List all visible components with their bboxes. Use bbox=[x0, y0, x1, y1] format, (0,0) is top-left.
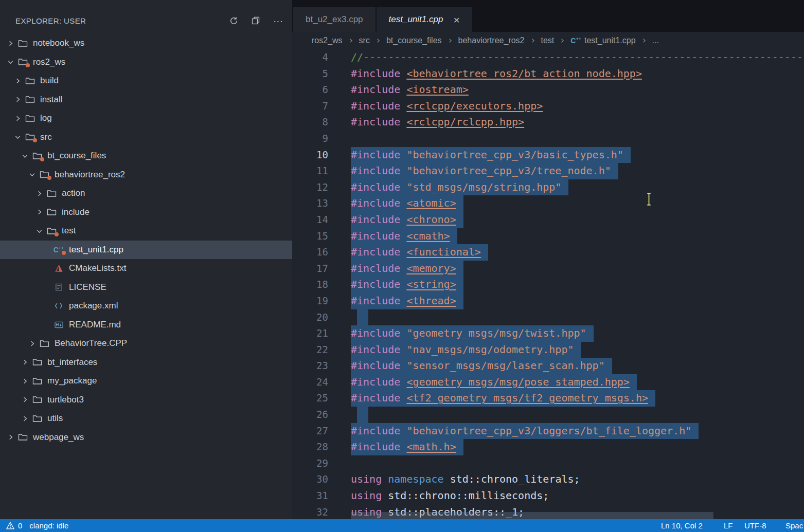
tree-item-BehaviorTree.CPP[interactable]: BehaviorTree.CPP bbox=[0, 334, 292, 353]
breadcrumb-item[interactable]: bt_course_files bbox=[386, 36, 442, 45]
eol-indicator[interactable]: LF bbox=[724, 519, 733, 532]
breadcrumb-item[interactable]: behaviortree_ros2 bbox=[458, 36, 525, 45]
line-content[interactable]: #include "nav_msgs/msg/odometry.hpp" bbox=[351, 342, 581, 358]
tree-item-test[interactable]: test bbox=[0, 222, 292, 241]
tree-item-src[interactable]: src bbox=[0, 128, 292, 147]
chevron-right-icon[interactable] bbox=[12, 115, 23, 122]
code-editor[interactable]: 4//-------------------------------------… bbox=[292, 49, 804, 519]
line-content[interactable]: #include <rclcpp/executors.hpp> bbox=[351, 98, 543, 115]
code-line: 13#include <atomic> bbox=[292, 195, 804, 212]
tree-item-CMakeLists.txt[interactable]: CMakeLists.txt bbox=[0, 259, 292, 278]
line-content[interactable]: #include <functional> bbox=[351, 244, 488, 261]
clangd-status[interactable]: clangd: idle bbox=[29, 521, 68, 530]
license-file-icon bbox=[52, 283, 65, 291]
line-content[interactable]: #include <geometry_msgs/msg/pose_stamped… bbox=[351, 374, 637, 391]
code-line: 20 bbox=[292, 309, 804, 326]
tree-item-README.md[interactable]: README.md bbox=[0, 316, 292, 335]
line-number: 4 bbox=[292, 49, 328, 66]
tree-item-behaviortree_ros2[interactable]: behaviortree_ros2 bbox=[0, 166, 292, 185]
line-content[interactable]: #include <atomic> bbox=[351, 195, 463, 212]
tab-test_unit1.cpp[interactable]: test_unit1.cpp× bbox=[377, 7, 472, 32]
line-content[interactable]: #include <chrono> bbox=[351, 212, 463, 228]
breadcrumb-item[interactable]: test_unit1.cpp bbox=[584, 36, 636, 45]
line-content[interactable]: #include <iostream> bbox=[351, 82, 469, 98]
tab-bt_u2_ex3.cpp[interactable]: bt_u2_ex3.cpp bbox=[293, 7, 376, 32]
code-lines: 4//-------------------------------------… bbox=[292, 49, 804, 519]
line-content[interactable]: #include <thread> bbox=[351, 293, 463, 309]
line-content[interactable]: using namespace std::chrono_literals; bbox=[351, 471, 580, 488]
tree-item-log[interactable]: log bbox=[0, 109, 292, 128]
chevron-right-icon[interactable] bbox=[34, 208, 44, 216]
more-actions-icon[interactable]: ··· bbox=[273, 16, 283, 26]
horizontal-scrollbar[interactable] bbox=[351, 512, 713, 519]
line-content[interactable]: #include "sensor_msgs/msg/laser_scan.hpp… bbox=[351, 358, 612, 374]
code-line: 21#include "geometry_msgs/msg/twist.hpp" bbox=[292, 325, 804, 342]
cursor-position[interactable]: Ln 10, Col 2 bbox=[661, 519, 703, 532]
tree-item-test_unit1.cpp[interactable]: C++test_unit1.cpp bbox=[0, 241, 292, 260]
code-line: 27#include "behaviortree_cpp_v3/loggers/… bbox=[292, 423, 804, 439]
tree-item-webpage_ws[interactable]: webpage_ws bbox=[0, 428, 292, 447]
line-content[interactable] bbox=[357, 309, 368, 326]
breadcrumb-item[interactable]: ros2_ws bbox=[312, 36, 343, 45]
chevron-down-icon[interactable] bbox=[20, 152, 30, 160]
line-content[interactable]: #include "behaviortree_cpp_v3/tree_node.… bbox=[351, 163, 618, 179]
tree-item-build[interactable]: build bbox=[0, 71, 292, 90]
line-content[interactable] bbox=[357, 407, 368, 423]
chevron-down-icon[interactable] bbox=[5, 58, 15, 66]
line-content[interactable]: #include "std_msgs/msg/string.hpp" bbox=[351, 179, 568, 196]
line-content[interactable]: #include <behaviortree_ros2/bt_action_no… bbox=[351, 66, 642, 82]
line-content[interactable]: #include <tf2_geometry_msgs/tf2_geometry… bbox=[351, 390, 655, 407]
chevron-right-icon bbox=[348, 38, 354, 44]
line-content[interactable]: #include <rclcpp/rclcpp.hpp> bbox=[351, 114, 524, 131]
code-token: #include bbox=[351, 327, 400, 339]
chevron-right-icon[interactable] bbox=[12, 96, 23, 103]
chevron-right-icon[interactable] bbox=[5, 40, 15, 47]
chevron-down-icon[interactable] bbox=[27, 171, 37, 178]
chevron-right-icon[interactable] bbox=[34, 190, 44, 197]
tree-item-ros2_ws[interactable]: ros2_ws bbox=[0, 53, 292, 72]
tree-item-LICENSE[interactable]: LICENSE bbox=[0, 278, 292, 297]
close-icon[interactable]: × bbox=[453, 14, 459, 25]
explorer-sidebar: EXPLORER: USER ··· notebook_wsros2_wsbui… bbox=[0, 0, 292, 519]
chevron-right-icon[interactable] bbox=[20, 377, 30, 385]
warning-icon bbox=[6, 522, 14, 529]
chevron-right-icon[interactable] bbox=[20, 358, 30, 366]
chevron-right-icon[interactable] bbox=[20, 396, 30, 403]
line-content[interactable]: #include <memory> bbox=[351, 261, 463, 277]
line-content[interactable]: #include <string> bbox=[351, 277, 463, 293]
tree-item-install[interactable]: install bbox=[0, 90, 292, 109]
line-content[interactable]: #include "behaviortree_cpp_v3/loggers/bt… bbox=[351, 423, 699, 439]
problems-indicator[interactable]: 0 bbox=[6, 521, 22, 530]
tree-item-notebook_ws[interactable]: notebook_ws bbox=[0, 34, 292, 53]
line-content[interactable]: #include "geometry_msgs/msg/twist.hpp" bbox=[351, 325, 594, 342]
line-content[interactable]: #include <cmath> bbox=[351, 228, 457, 245]
tree-item-turtlebot3[interactable]: turtlebot3 bbox=[0, 391, 292, 410]
line-content[interactable]: #include "behaviortree_cpp_v3/basic_type… bbox=[351, 147, 631, 163]
tree-item-action[interactable]: action bbox=[0, 184, 292, 203]
refresh-icon[interactable] bbox=[229, 16, 238, 25]
tree-item-bt_interfaces[interactable]: bt_interfaces bbox=[0, 353, 292, 372]
code-token: <iostream> bbox=[406, 83, 468, 96]
breadcrumb-item[interactable]: test bbox=[541, 36, 555, 45]
split-editor-icon[interactable] bbox=[252, 16, 260, 25]
tree-item-bt_course_files[interactable]: bt_course_files bbox=[0, 146, 292, 166]
chevron-right-icon[interactable] bbox=[12, 77, 23, 85]
code-token bbox=[400, 441, 406, 453]
chevron-down-icon[interactable] bbox=[34, 227, 44, 235]
tree-item-utils[interactable]: utils bbox=[0, 409, 292, 428]
chevron-right-icon[interactable] bbox=[5, 433, 15, 441]
breadcrumb-item[interactable]: src bbox=[359, 36, 370, 45]
indentation-indicator[interactable]: Spac bbox=[785, 519, 803, 532]
line-number: 6 bbox=[292, 82, 328, 98]
tree-item-package.xml[interactable]: package.xml bbox=[0, 297, 292, 316]
tree-item-my_package[interactable]: my_package bbox=[0, 372, 292, 391]
encoding-indicator[interactable]: UTF-8 bbox=[744, 519, 766, 532]
chevron-right-icon[interactable] bbox=[27, 340, 37, 347]
line-content[interactable]: #include <math.h> bbox=[351, 439, 463, 455]
line-content[interactable]: using std::chrono::milliseconds; bbox=[351, 488, 549, 504]
breadcrumb-item[interactable]: ... bbox=[652, 36, 659, 45]
tree-item-include[interactable]: include bbox=[0, 203, 292, 222]
chevron-right-icon[interactable] bbox=[20, 415, 30, 423]
chevron-down-icon[interactable] bbox=[12, 133, 23, 141]
line-content[interactable]: //--------------------------------------… bbox=[351, 49, 804, 66]
